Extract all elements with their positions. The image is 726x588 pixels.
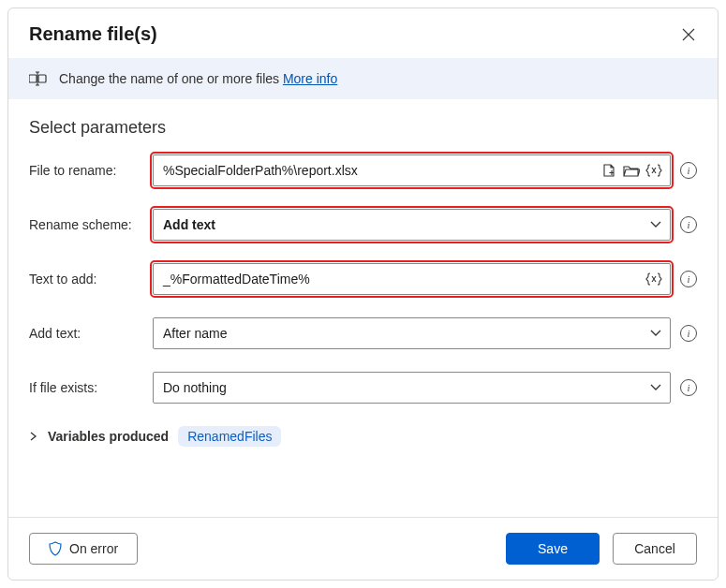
input-file-to-rename[interactable]: %SpecialFolderPath%\report.xlsx [153, 154, 671, 186]
label-add-text: Add text: [29, 326, 143, 341]
svg-rect-0 [29, 75, 37, 82]
field-file-to-rename: File to rename: %SpecialFolderPath%\repo… [29, 154, 697, 186]
select-rename-scheme[interactable]: Add text [153, 209, 671, 241]
save-button[interactable]: Save [506, 533, 600, 565]
variables-produced[interactable]: Variables produced RenamedFiles [29, 426, 697, 447]
variables-produced-label: Variables produced [48, 429, 169, 444]
variable-picker-icon[interactable] [645, 271, 662, 287]
folder-picker-icon[interactable] [623, 162, 640, 179]
label-if-file-exists: If file exists: [29, 380, 143, 395]
info-icon[interactable]: i [680, 271, 697, 287]
variable-chip[interactable]: RenamedFiles [178, 426, 281, 447]
section-title: Select parameters [29, 118, 697, 138]
field-add-text: Add text: After name i [29, 317, 697, 349]
variable-picker-icon[interactable] [645, 162, 662, 179]
info-icon[interactable]: i [680, 379, 697, 396]
label-file-to-rename: File to rename: [29, 163, 143, 178]
on-error-button[interactable]: On error [29, 533, 138, 565]
dialog-title: Rename file(s) [29, 23, 157, 45]
dialog-footer: On error Save Cancel [8, 517, 718, 580]
field-rename-scheme: Rename scheme: Add text i [29, 209, 697, 241]
svg-rect-1 [38, 75, 46, 82]
dialog-content: Select parameters File to rename: %Speci… [8, 99, 718, 517]
dialog-header: Rename file(s) [8, 8, 718, 58]
chevron-down-icon [649, 218, 662, 231]
select-if-file-exists[interactable]: Do nothing [153, 372, 671, 404]
info-icon[interactable]: i [680, 216, 697, 233]
select-add-text[interactable]: After name [153, 317, 671, 349]
shield-icon [49, 541, 62, 556]
file-picker-icon[interactable] [600, 162, 617, 179]
more-info-link[interactable]: More info [283, 71, 337, 86]
field-if-file-exists: If file exists: Do nothing i [29, 372, 697, 404]
info-banner: Change the name of one or more files Mor… [8, 58, 718, 99]
info-icon[interactable]: i [680, 162, 697, 179]
cancel-button[interactable]: Cancel [613, 533, 697, 565]
banner-text: Change the name of one or more files Mor… [59, 71, 337, 86]
chevron-down-icon [649, 327, 662, 340]
rename-files-dialog: Rename file(s) Change the name of one or… [7, 7, 719, 581]
input-text-to-add[interactable]: _%FormattedDateTime% [153, 263, 671, 295]
label-text-to-add: Text to add: [29, 272, 143, 287]
close-icon[interactable] [680, 26, 697, 43]
rename-icon [29, 71, 48, 86]
info-icon[interactable]: i [680, 325, 697, 342]
chevron-right-icon [29, 432, 38, 441]
field-text-to-add: Text to add: _%FormattedDateTime% i [29, 263, 697, 295]
label-rename-scheme: Rename scheme: [29, 217, 143, 232]
chevron-down-icon [649, 381, 662, 394]
